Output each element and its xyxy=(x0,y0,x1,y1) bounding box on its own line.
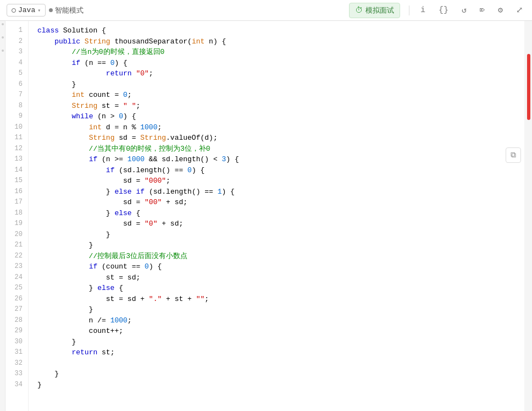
code-line: n /= 1000; xyxy=(37,315,524,326)
chevron-down-icon: ▾ xyxy=(37,7,41,14)
code-line: } xyxy=(37,380,524,391)
code-line: } xyxy=(37,304,524,315)
hint-dot xyxy=(2,36,4,39)
code-line: sd = "000"; xyxy=(37,176,524,187)
code-line xyxy=(37,358,524,369)
code-line: if (n >= 1000 && sd.length() < 3) { xyxy=(37,154,524,165)
hint-strip xyxy=(0,21,5,411)
reset-icon[interactable]: ↺ xyxy=(459,4,469,17)
code-line: //当n为0的时候，直接返回0 xyxy=(37,47,524,58)
ai-mode-badge: 智能模式 xyxy=(49,6,84,15)
code-line: int d = n % 1000; xyxy=(37,122,524,133)
braces-icon[interactable]: {} xyxy=(436,4,451,16)
code-line: //当其中有0的时候，控制为3位，补0 xyxy=(37,144,524,155)
editor-container: 1234567891011121314151617181920212223242… xyxy=(0,21,532,411)
code-line: sd = "00" + sd; xyxy=(37,197,524,208)
code-line: } xyxy=(37,240,524,251)
terminal-icon[interactable]: ⌦ xyxy=(478,4,487,17)
language-label: Java xyxy=(18,6,35,14)
code-line: class Solution { xyxy=(37,25,524,36)
toolbar-divider xyxy=(409,6,409,15)
code-line: public String thousandSeparator(int n) { xyxy=(37,36,524,47)
toolbar-right: ⏱ 模拟面试 i {} ↺ ⌦ ⚙ ⤢ xyxy=(349,3,525,18)
mock-interview-button[interactable]: ⏱ 模拟面试 xyxy=(349,3,400,18)
code-line: count++; xyxy=(37,326,524,337)
right-scrollbar[interactable] xyxy=(524,21,532,411)
code-line: if (count == 0) { xyxy=(37,261,524,272)
toolbar-left: Java ▾ 智能模式 xyxy=(7,4,84,17)
code-line: String st = " "; xyxy=(37,101,524,112)
code-line: } else { xyxy=(37,208,524,219)
mock-interview-label: 模拟面试 xyxy=(365,6,394,15)
hint-dot xyxy=(2,50,4,52)
hint-dot xyxy=(2,23,4,25)
code-line: sd = "0" + sd; xyxy=(37,218,524,229)
toolbar: Java ▾ 智能模式 ⏱ 模拟面试 i {} ↺ ⌦ ⚙ ⤢ xyxy=(0,0,532,21)
fullscreen-icon[interactable]: ⤢ xyxy=(514,4,525,17)
code-line: return st; xyxy=(37,347,524,358)
code-line: st = sd; xyxy=(37,272,524,283)
code-line: while (n > 0) { xyxy=(37,111,524,122)
code-line: } xyxy=(37,229,524,240)
code-line: } xyxy=(37,337,524,348)
circle-icon xyxy=(12,8,16,13)
language-selector[interactable]: Java ▾ xyxy=(7,4,46,17)
code-area[interactable]: class Solution { public String thousandS… xyxy=(29,21,524,411)
code-line: } xyxy=(37,79,524,90)
ai-dot-icon xyxy=(49,8,53,12)
code-line: if (sd.length() == 0) { xyxy=(37,165,524,176)
code-line: return "0"; xyxy=(37,68,524,79)
info-icon[interactable]: i xyxy=(418,4,428,16)
code-line: //控制最后3位后面没有小数点 xyxy=(37,251,524,262)
code-line: int count = 0; xyxy=(37,90,524,101)
clock-icon: ⏱ xyxy=(355,6,363,15)
code-line: } else { xyxy=(37,283,524,294)
code-line: } xyxy=(37,369,524,380)
settings-icon[interactable]: ⚙ xyxy=(496,4,505,17)
line-numbers: 1234567891011121314151617181920212223242… xyxy=(5,21,29,411)
scrollbar-thumb xyxy=(527,54,530,120)
code-line: if (n == 0) { xyxy=(37,58,524,69)
ai-mode-label: 智能模式 xyxy=(55,6,84,15)
copy-button[interactable]: ⧉ xyxy=(506,147,521,163)
code-line: st = sd + "." + st + ""; xyxy=(37,294,524,305)
code-line: String sd = String.valueOf(d); xyxy=(37,133,524,144)
code-line: } else if (sd.length() == 1) { xyxy=(37,187,524,198)
